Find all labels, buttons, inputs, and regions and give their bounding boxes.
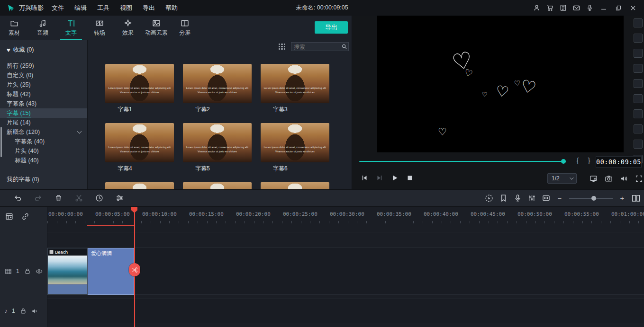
seek-bar[interactable] bbox=[359, 161, 566, 162]
library-item[interactable]: Lorem ipsum dolor sit amet, consectetur … bbox=[261, 64, 329, 113]
template-thumbnail: Lorem ipsum dolor sit amet, consectetur … bbox=[105, 182, 174, 189]
adjust-sliders-button[interactable] bbox=[115, 194, 124, 203]
sidebar-item-10[interactable]: 标题 (40) bbox=[0, 156, 87, 165]
fullscreen-icon[interactable] bbox=[633, 172, 644, 185]
zoom-out-button[interactable]: − bbox=[556, 194, 563, 202]
display-settings-icon[interactable] bbox=[588, 172, 599, 185]
record-voiceover-button[interactable] bbox=[513, 194, 522, 203]
sidebar-item-6[interactable]: 片尾 (14) bbox=[0, 118, 87, 127]
maximize-button[interactable] bbox=[611, 2, 626, 14]
subtitle-caption: Lorem ipsum dolor sit amet, consectetur … bbox=[263, 145, 327, 153]
cart-icon[interactable] bbox=[543, 2, 556, 14]
play-button[interactable] bbox=[389, 172, 400, 184]
tab-splitscreen[interactable]: 分屏 bbox=[171, 16, 199, 40]
sidebar-item-3[interactable]: 标题 (42) bbox=[0, 89, 87, 99]
duration-clock-button[interactable] bbox=[95, 194, 103, 203]
search-input[interactable] bbox=[291, 44, 340, 50]
tab-effects[interactable]: 效果 bbox=[114, 16, 142, 40]
tab-text[interactable]: 文字 bbox=[57, 16, 85, 40]
menu-tools[interactable]: 工具 bbox=[92, 0, 115, 16]
timeline-zoom-slider[interactable] bbox=[569, 198, 613, 199]
sidebar-item-9[interactable]: 片头 (40) bbox=[0, 146, 87, 156]
mic-icon[interactable] bbox=[583, 2, 596, 14]
menu-help[interactable]: 帮助 bbox=[160, 0, 183, 16]
sidebar-item-0[interactable]: 所有 (259) bbox=[0, 61, 87, 71]
sidebar-item-8[interactable]: 字幕条 (40) bbox=[0, 137, 87, 146]
audio-track-lane[interactable] bbox=[47, 299, 644, 323]
manage-tracks-icon[interactable] bbox=[5, 212, 13, 221]
video-track-icon bbox=[4, 267, 12, 275]
stop-button[interactable] bbox=[404, 172, 416, 184]
split-scissors-button[interactable] bbox=[74, 194, 83, 203]
timeline-clip-text[interactable]: 爱心满满 bbox=[88, 248, 134, 295]
ruler-timecode: 00:00:20:00 bbox=[236, 211, 271, 217]
sidebar-item-1[interactable]: 自定义 (0) bbox=[0, 71, 87, 80]
minimize-button[interactable] bbox=[596, 2, 611, 14]
sidebar-item-7[interactable]: 新概念 (120) bbox=[0, 127, 87, 137]
menu-view[interactable]: 视图 bbox=[115, 0, 137, 16]
quality-dropdown[interactable]: 1/2 bbox=[547, 173, 577, 184]
marker-slot bbox=[634, 64, 643, 73]
library-item-partial[interactable]: Lorem ipsum dolor sit amet, consectetur … bbox=[105, 182, 174, 189]
sidebar-item-5[interactable]: 字幕 (15) bbox=[0, 108, 87, 118]
tab-elements[interactable]: 动画元素 bbox=[142, 16, 171, 40]
volume-icon[interactable] bbox=[618, 172, 629, 185]
sidebar-scrollbar[interactable] bbox=[0, 127, 2, 157]
menu-edit[interactable]: 编辑 bbox=[69, 0, 92, 16]
seek-handle[interactable] bbox=[561, 159, 566, 164]
lock-icon[interactable] bbox=[19, 307, 27, 315]
library-item[interactable]: Lorem ipsum dolor sit amet, consectetur … bbox=[183, 64, 252, 113]
mail-icon[interactable] bbox=[570, 2, 583, 14]
timeline-clip-beach[interactable]: Beach bbox=[47, 248, 88, 295]
library-item[interactable]: Lorem ipsum dolor sit amet, consectetur … bbox=[105, 123, 174, 172]
library-item-partial[interactable]: Lorem ipsum dolor sit amet, consectetur … bbox=[261, 182, 329, 189]
template-name: 字幕3 bbox=[261, 106, 329, 113]
speaker-icon[interactable] bbox=[31, 307, 39, 315]
search-icon[interactable] bbox=[340, 44, 348, 49]
sidebar-item-label: 我的字幕 (0) bbox=[7, 176, 39, 183]
library-item[interactable]: Lorem ipsum dolor sit amet, consectetur … bbox=[261, 123, 329, 172]
library-item-partial[interactable]: Lorem ipsum dolor sit amet, consectetur … bbox=[183, 182, 252, 189]
sidebar-favorites[interactable]: ♥ 收藏 (0) bbox=[0, 44, 87, 55]
resources-icon[interactable] bbox=[556, 2, 570, 14]
caption-line: Lorem ipsum dolor sit amet, consectetur … bbox=[107, 86, 172, 90]
menu-export[interactable]: 导出 bbox=[137, 0, 160, 16]
cut-button[interactable] bbox=[129, 263, 140, 276]
eye-icon[interactable] bbox=[36, 267, 43, 275]
mark-out-button[interactable]: } bbox=[585, 156, 593, 164]
tab-audio[interactable]: 音频 bbox=[28, 16, 57, 40]
zoom-in-button[interactable]: + bbox=[618, 194, 626, 202]
app-name: 万兴喵影 bbox=[19, 4, 44, 12]
prev-frame-button[interactable] bbox=[359, 172, 370, 184]
library-item[interactable]: Lorem ipsum dolor sit amet, consectetur … bbox=[183, 123, 252, 172]
text-clip-label: 爱心满满 bbox=[91, 250, 112, 256]
video-canvas[interactable]: ♡♡♡♡♡♡♡ bbox=[377, 16, 624, 152]
marker-button[interactable] bbox=[499, 194, 508, 203]
tab-transitions[interactable]: 转场 bbox=[85, 16, 114, 40]
menu-file[interactable]: 文件 bbox=[46, 0, 69, 16]
export-button[interactable]: 导出 bbox=[315, 21, 348, 34]
sidebar-item-4[interactable]: 字幕条 (43) bbox=[0, 99, 87, 108]
grid-view-icon[interactable] bbox=[279, 44, 285, 50]
zoom-slider-handle[interactable] bbox=[591, 196, 596, 201]
render-preview-button[interactable] bbox=[485, 194, 493, 203]
fit-to-timeline-button[interactable] bbox=[542, 194, 550, 203]
snapshot-icon[interactable] bbox=[603, 172, 614, 185]
lock-icon[interactable] bbox=[24, 267, 31, 275]
delete-button[interactable] bbox=[54, 194, 63, 203]
next-frame-button[interactable] bbox=[374, 172, 385, 184]
close-button[interactable] bbox=[626, 2, 640, 14]
tab-media[interactable]: 素材 bbox=[0, 16, 28, 40]
timeline: 1 ♪ 1 00:00:00:0000:00:05:0000:00:10:000… bbox=[0, 207, 644, 327]
sidebar-item-2[interactable]: 片头 (25) bbox=[0, 80, 87, 89]
chevron-down-icon[interactable] bbox=[77, 129, 82, 134]
sidebar-item-11[interactable]: 我的字幕 (0) bbox=[0, 175, 87, 184]
audio-mixer-button[interactable] bbox=[527, 194, 536, 203]
library-item[interactable]: Lorem ipsum dolor sit amet, consectetur … bbox=[105, 64, 174, 113]
user-icon[interactable] bbox=[530, 2, 543, 14]
panel-layout-button[interactable] bbox=[632, 194, 640, 203]
mark-in-button[interactable]: { bbox=[574, 156, 581, 164]
link-icon[interactable] bbox=[21, 212, 29, 221]
undo-button[interactable] bbox=[13, 194, 22, 203]
redo-button[interactable] bbox=[34, 194, 42, 203]
